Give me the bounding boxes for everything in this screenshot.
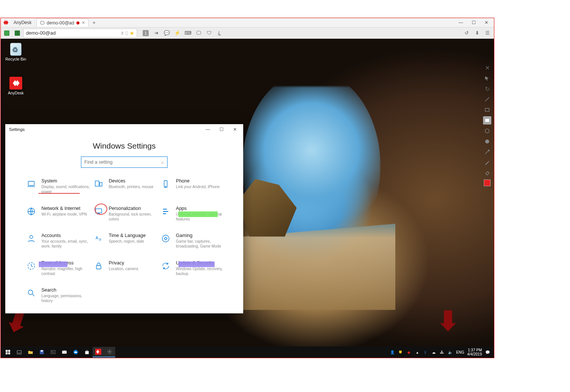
wb-eraser-button[interactable] bbox=[483, 169, 491, 177]
notifications-icon[interactable]: 💬 bbox=[485, 349, 490, 355]
explorer-button[interactable] bbox=[25, 347, 36, 357]
settings-title: Settings bbox=[9, 127, 25, 132]
wb-cursor-button[interactable] bbox=[483, 74, 491, 82]
settings-window[interactable]: Settings — ☐ ✕ Windows Settings ⌕ System… bbox=[5, 124, 243, 313]
ease-icon bbox=[26, 261, 36, 271]
taskview-button[interactable] bbox=[14, 347, 25, 357]
wb-pen-button[interactable] bbox=[483, 158, 491, 167]
clock[interactable]: 1:37 PM 4/4/2019 bbox=[467, 348, 482, 356]
display-button[interactable]: 🖵 bbox=[194, 29, 203, 38]
devices-icon bbox=[94, 179, 104, 189]
category-time[interactable]: A字 Time & LanguageSpeech, region, date bbox=[94, 233, 157, 249]
new-tab-button[interactable]: + bbox=[90, 19, 98, 26]
tab-session[interactable]: 🖵 demo-00@ad ✕ bbox=[37, 18, 88, 27]
favorite-icon[interactable]: ★ bbox=[130, 30, 134, 36]
category-system[interactable]: SystemDisplay, sound, notifications, pow… bbox=[26, 178, 90, 194]
category-accounts[interactable]: AccountsYour accounts, email, sync, work… bbox=[26, 233, 90, 249]
keyboard-button[interactable]: ⌨ bbox=[183, 29, 193, 38]
settings-search-input[interactable] bbox=[84, 160, 156, 165]
hourglass-icon: ⧗ bbox=[121, 30, 124, 35]
wb-color-swatch[interactable] bbox=[484, 179, 491, 186]
minimize-button[interactable]: — bbox=[455, 18, 467, 27]
svg-rect-23 bbox=[17, 351, 21, 353]
settings-close-button[interactable]: ✕ bbox=[228, 124, 242, 135]
svg-point-15 bbox=[162, 235, 169, 242]
download-button[interactable]: ⬇ bbox=[472, 29, 482, 38]
svg-rect-17 bbox=[96, 266, 101, 269]
start-button[interactable] bbox=[2, 347, 14, 357]
wb-rect-fill-button[interactable] bbox=[483, 116, 491, 125]
annotation-highlight-update bbox=[178, 261, 215, 267]
remote-desktop[interactable]: Recycle Bin AnyDesk ✕ ↻ bbox=[1, 39, 494, 358]
settings-search[interactable]: ⌕ bbox=[81, 156, 168, 168]
svg-line-0 bbox=[485, 97, 489, 102]
terminal-button[interactable]: >_ bbox=[47, 347, 59, 357]
session-tools: 1 ➜ 💬 ⚡ ⌨ 🖵 🛡 L bbox=[141, 29, 224, 38]
session-accept-icon[interactable] bbox=[2, 29, 11, 38]
category-privacy[interactable]: PrivacyLocation, camera bbox=[94, 260, 157, 277]
store-button[interactable] bbox=[81, 347, 93, 357]
search-icon: ⌕ bbox=[161, 160, 164, 165]
save-app-button[interactable] bbox=[36, 347, 47, 357]
monitor-icon: 🖵 bbox=[40, 20, 44, 26]
session-accept2-icon[interactable] bbox=[13, 29, 22, 38]
wb-arrow-button[interactable] bbox=[483, 148, 491, 156]
settings-heading: Windows Settings bbox=[5, 141, 243, 150]
bluetooth-icon[interactable]: ᛒ bbox=[423, 349, 428, 355]
wb-rect-button[interactable] bbox=[483, 106, 491, 114]
whiteboard-button[interactable]: L bbox=[215, 29, 224, 38]
address-bar[interactable]: demo-00@ad ⧗ ▯ ★ bbox=[23, 29, 137, 38]
svg-point-9 bbox=[166, 186, 166, 187]
language-indicator[interactable]: ENG bbox=[456, 350, 464, 354]
tab-close-button[interactable]: ✕ bbox=[82, 20, 85, 25]
update-icon bbox=[161, 261, 171, 271]
svg-point-4 bbox=[485, 140, 489, 144]
apps-icon bbox=[161, 207, 171, 216]
wb-line-button[interactable] bbox=[483, 95, 491, 103]
hamburger-button[interactable]: ☰ bbox=[483, 29, 492, 38]
network-tray-icon[interactable]: 🖧 bbox=[439, 349, 445, 355]
category-search[interactable]: SearchLanguage, permissions, history bbox=[26, 287, 90, 304]
category-network[interactable]: Network & InternetWi-Fi, airplane mode, … bbox=[26, 206, 90, 222]
annotation-underline-system bbox=[38, 193, 80, 194]
settings-categories: SystemDisplay, sound, notifications, pow… bbox=[5, 178, 243, 311]
edge-button[interactable] bbox=[70, 347, 81, 357]
monitor-select-button[interactable]: 1 bbox=[141, 29, 151, 38]
svg-rect-6 bbox=[95, 181, 99, 186]
desktop-icon-recycle-bin[interactable]: Recycle Bin bbox=[5, 43, 26, 61]
maximize-button[interactable]: ☐ bbox=[468, 18, 480, 27]
tray-anydesk-icon[interactable]: ◆ bbox=[406, 349, 411, 355]
desktop-icon-anydesk[interactable]: AnyDesk bbox=[5, 76, 26, 95]
tray-chevron-icon[interactable]: ▴ bbox=[415, 349, 420, 355]
settings-taskbar-button[interactable] bbox=[104, 347, 115, 357]
settings-minimize-button[interactable]: — bbox=[201, 124, 215, 135]
tab-home[interactable]: AnyDesk bbox=[11, 18, 35, 27]
gaming-icon bbox=[161, 234, 171, 243]
category-devices[interactable]: DevicesBluetooth, printers, mouse bbox=[94, 178, 157, 194]
close-button[interactable]: ✕ bbox=[480, 18, 492, 27]
wb-close-button[interactable]: ✕ bbox=[483, 64, 491, 72]
tab-home-label: AnyDesk bbox=[14, 20, 32, 25]
category-phone[interactable]: PhoneLink your Android, iPhone bbox=[161, 178, 224, 194]
permissions-button[interactable]: 🛡 bbox=[204, 29, 214, 38]
svg-rect-20 bbox=[8, 350, 10, 352]
lightning-button[interactable]: ⚡ bbox=[172, 29, 182, 38]
chat-button[interactable]: 💬 bbox=[162, 29, 172, 38]
recycle-bin-label: Recycle Bin bbox=[5, 57, 26, 61]
wb-undo-button[interactable]: ↻ bbox=[483, 85, 491, 93]
history-button[interactable]: ↺ bbox=[462, 29, 471, 38]
window-controls: — ☐ ✕ bbox=[455, 18, 492, 27]
lock-icon bbox=[94, 261, 104, 271]
people-icon[interactable]: 👤 bbox=[390, 349, 395, 355]
wb-circle-button[interactable] bbox=[483, 127, 491, 135]
settings-titlebar: Settings — ☐ ✕ bbox=[5, 124, 243, 135]
anydesk-taskbar-button[interactable] bbox=[93, 347, 104, 357]
actions-button[interactable]: ➜ bbox=[151, 29, 161, 38]
settings-maximize-button[interactable]: ☐ bbox=[215, 124, 228, 135]
mail-button[interactable] bbox=[59, 347, 70, 357]
tray-security-icon[interactable]: ⛊ bbox=[398, 349, 403, 355]
onedrive-icon[interactable]: ☁ bbox=[431, 349, 436, 355]
category-gaming[interactable]: GamingGame bar, captures, broadcasting, … bbox=[161, 233, 224, 249]
wb-circle-fill-button[interactable] bbox=[483, 137, 491, 146]
volume-icon[interactable]: 🔈 bbox=[448, 349, 453, 355]
